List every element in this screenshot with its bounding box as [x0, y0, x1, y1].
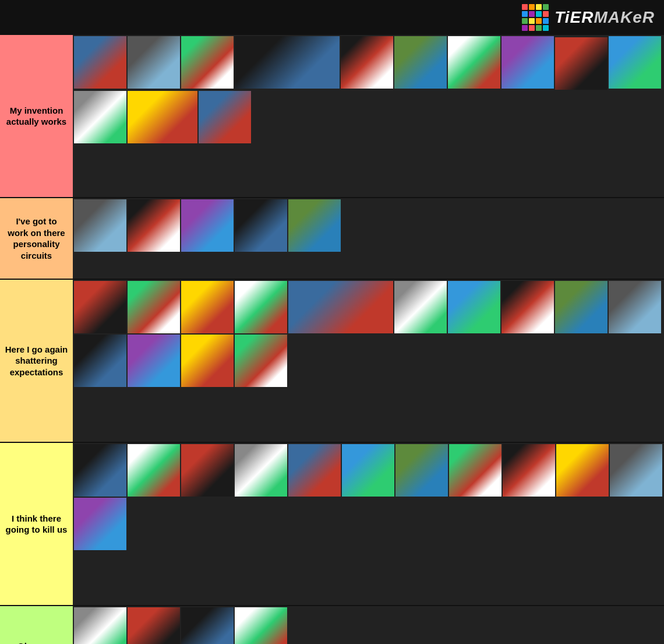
list-item[interactable] [395, 444, 448, 497]
logo-cell [543, 18, 549, 24]
tier-images-c [73, 443, 664, 605]
logo-cell [536, 11, 542, 17]
list-item[interactable] [394, 36, 447, 89]
list-item[interactable] [288, 199, 341, 252]
list-item[interactable] [609, 36, 661, 89]
tier-row-b: Here I go again shattering expectations [0, 280, 664, 443]
list-item[interactable] [555, 281, 608, 333]
tier-row-c: I think there going to kill us [0, 443, 664, 606]
list-item[interactable] [128, 36, 180, 89]
list-item[interactable] [448, 281, 500, 333]
tier-label-b: Here I go again shattering expectations [0, 280, 73, 442]
list-item[interactable] [128, 607, 180, 644]
logo-cell [529, 18, 535, 24]
tier-label-a: I've got to work on there personality ci… [0, 198, 73, 279]
logo-cell [543, 4, 549, 10]
logo-cell [536, 25, 542, 31]
list-item[interactable] [181, 607, 234, 644]
logo-cell [522, 4, 528, 10]
list-item[interactable] [235, 335, 287, 387]
list-item[interactable] [235, 199, 287, 252]
tier-label-d: Oh scrap [0, 606, 73, 644]
list-item[interactable] [448, 36, 500, 89]
list-item[interactable] [501, 281, 554, 333]
list-item[interactable] [181, 335, 234, 387]
logo-cell [529, 25, 535, 31]
list-item[interactable] [74, 36, 126, 89]
list-item[interactable] [501, 36, 554, 89]
tier-images-a [73, 198, 664, 279]
list-item[interactable] [556, 444, 609, 497]
logo-cell [529, 11, 535, 17]
list-item[interactable] [181, 281, 234, 333]
list-item[interactable] [288, 444, 341, 497]
tier-row-a: I've got to work on there personality ci… [0, 198, 664, 280]
list-item[interactable] [235, 444, 287, 497]
tier-images-s [73, 35, 664, 197]
tier-label-c: I think there going to kill us [0, 443, 73, 605]
logo-cell [522, 25, 528, 31]
list-item[interactable] [288, 281, 393, 333]
list-item[interactable] [128, 91, 197, 143]
list-item[interactable] [74, 281, 126, 333]
list-item[interactable] [128, 281, 180, 333]
list-item[interactable] [128, 335, 180, 387]
tier-table: TiERMAKeR My invention actually works I'… [0, 0, 664, 644]
list-item[interactable] [609, 281, 661, 333]
list-item[interactable] [449, 444, 501, 497]
list-item[interactable] [394, 281, 447, 333]
logo-cell [543, 25, 549, 31]
tier-row-s: My invention actually works [0, 35, 664, 198]
list-item[interactable] [74, 335, 126, 387]
list-item[interactable] [235, 36, 340, 89]
logo-cell [543, 11, 549, 17]
tier-label-s: My invention actually works [0, 35, 73, 197]
list-item[interactable] [610, 444, 662, 497]
logo-cell [522, 18, 528, 24]
list-item[interactable] [74, 91, 126, 143]
tiermaker-logo: TiERMAKeR [522, 4, 655, 31]
list-item[interactable] [181, 36, 234, 89]
tiermaker-logo-text: TiERMAKeR [554, 8, 655, 27]
list-item[interactable] [555, 37, 608, 90]
list-item[interactable] [74, 199, 126, 252]
list-item[interactable] [235, 281, 287, 333]
tier-images-d [73, 606, 664, 644]
list-item[interactable] [74, 607, 126, 644]
list-item[interactable] [235, 607, 287, 644]
logo-cell [536, 18, 542, 24]
logo-cell [536, 4, 542, 10]
list-item[interactable] [128, 444, 180, 497]
logo-cell [522, 11, 528, 17]
tier-images-b [73, 280, 664, 442]
list-item[interactable] [199, 91, 251, 143]
list-item[interactable] [74, 444, 126, 497]
logo-cell [529, 4, 535, 10]
list-item[interactable] [74, 498, 126, 550]
list-item[interactable] [503, 444, 555, 497]
list-item[interactable] [128, 199, 180, 252]
header-row: TiERMAKeR [0, 0, 664, 35]
list-item[interactable] [181, 444, 234, 497]
list-item[interactable] [181, 199, 234, 252]
logo-grid-icon [522, 4, 549, 31]
tier-row-d: Oh scrap [0, 606, 664, 644]
list-item[interactable] [342, 444, 394, 497]
list-item[interactable] [341, 36, 393, 89]
